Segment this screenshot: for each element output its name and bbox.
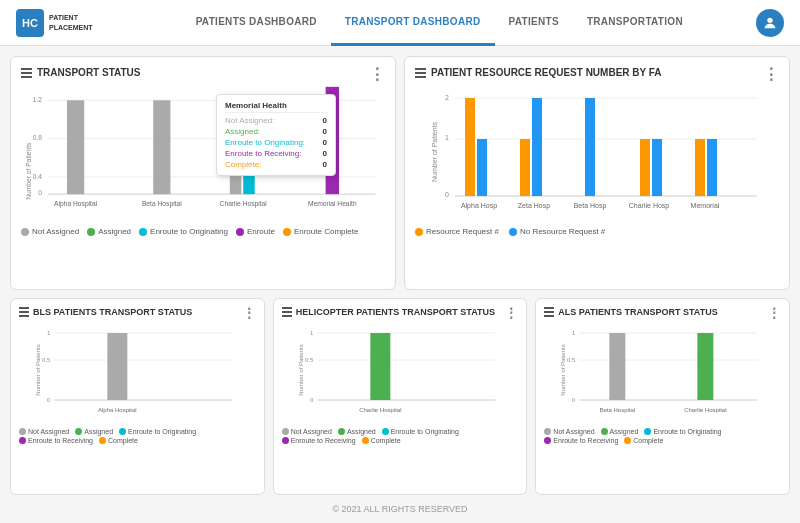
svg-point-0 [767,17,772,22]
bls-menu[interactable]: ⋮ [242,305,256,321]
svg-text:Memorial: Memorial [691,202,720,209]
footer: © 2021 ALL RIGHTS RESERVED [0,495,800,523]
transport-tooltip: Memorial Health Not Assigned:0 Assigned:… [216,94,336,176]
svg-rect-28 [520,139,530,196]
bls-title: BLS PATIENTS TRANSPORT STATUS [19,307,256,317]
svg-text:Number of Patients: Number of Patients [25,142,32,200]
svg-text:Zeta Hosp: Zeta Hosp [518,202,550,210]
logo: HC PATIENTPLACEMENT [16,9,93,37]
svg-text:Number of Patients: Number of Patients [431,122,438,182]
bls-legend: Not Assigned Assigned Enroute to Origina… [19,428,256,444]
svg-text:Memorial Health: Memorial Health [308,200,357,207]
helicopter-status-card: HELICOPTER PATIENTS TRANSPORT STATUS ⋮ N… [273,298,528,496]
user-avatar[interactable] [756,9,784,37]
patient-resource-card: PATIENT RESOURCE REQUEST NUMBER BY FA ⋮ … [404,56,790,290]
als-title: ALS PATIENTS TRANSPORT STATUS [544,307,781,317]
svg-text:0.4: 0.4 [33,173,43,180]
svg-text:0.8: 0.8 [33,135,43,142]
header: HC PATIENTPLACEMENT PATIENTS DASHBOARD T… [0,0,800,46]
svg-text:0: 0 [572,397,576,403]
tooltip-title: Memorial Health [225,101,327,113]
als-menu[interactable]: ⋮ [767,305,781,321]
als-status-card: ALS PATIENTS TRANSPORT STATUS ⋮ Number o… [535,298,790,496]
svg-text:Alpha Hospital: Alpha Hospital [98,407,137,413]
svg-text:0: 0 [310,397,314,403]
svg-text:0: 0 [445,191,449,198]
main-nav: PATIENTS DASHBOARD TRANSPORT DASHBOARD P… [123,0,756,46]
title-icon [21,68,32,78]
nav-transport-dashboard[interactable]: TRANSPORT DASHBOARD [331,0,495,46]
tooltip-not-assigned: Not Assigned:0 [225,116,327,125]
svg-text:0: 0 [38,189,42,196]
svg-text:Number of Patients: Number of Patients [35,344,41,395]
svg-text:Alpha Hospital: Alpha Hospital [54,200,98,208]
svg-text:Beta Hospital: Beta Hospital [142,200,182,208]
svg-text:Alpha Hosp: Alpha Hosp [461,202,497,210]
svg-text:Number of Patients: Number of Patients [561,344,567,395]
tooltip-enroute-recv: Enroute to Receiving:0 [225,149,327,158]
transport-status-title: TRANSPORT STATUS [21,67,385,78]
svg-text:Charlie Hospital: Charlie Hospital [220,200,268,208]
svg-text:0: 0 [47,397,51,403]
svg-rect-10 [67,100,84,194]
transport-status-chart: Number of Patients 1.2 0.8 0.4 0 [21,82,385,225]
tooltip-complete: Complete:0 [225,160,327,169]
svg-text:1: 1 [47,330,51,336]
svg-rect-34 [707,139,717,196]
svg-text:0.5: 0.5 [305,357,314,363]
helicopter-legend: Not Assigned Assigned Enroute to Origina… [282,428,519,444]
svg-text:0.5: 0.5 [567,357,576,363]
svg-rect-66 [698,333,714,400]
svg-text:1: 1 [445,134,449,141]
logo-box: HC [16,9,44,37]
svg-text:1: 1 [572,330,576,336]
svg-rect-27 [477,139,487,196]
als-legend: Not Assigned Assigned Enroute to Origina… [544,428,781,444]
logo-text: PATIENTPLACEMENT [49,13,93,31]
svg-text:Beta Hospital: Beta Hospital [600,407,636,413]
svg-text:Charlie Hospital: Charlie Hospital [684,407,726,413]
patient-resource-menu[interactable]: ⋮ [763,65,779,84]
svg-text:Number of Patients: Number of Patients [298,344,304,395]
svg-text:1.2: 1.2 [33,96,43,103]
helicopter-title: HELICOPTER PATIENTS TRANSPORT STATUS [282,307,519,317]
nav-patients-dashboard[interactable]: PATIENTS DASHBOARD [182,0,331,46]
svg-text:Charlie Hosp: Charlie Hosp [629,202,670,210]
svg-rect-30 [585,98,595,196]
svg-rect-32 [652,139,662,196]
svg-rect-33 [695,139,705,196]
tooltip-assigned: Assigned:0 [225,127,327,136]
patient-resource-title: PATIENT RESOURCE REQUEST NUMBER BY FA [415,67,779,78]
svg-rect-26 [465,98,475,196]
svg-rect-31 [640,139,650,196]
svg-text:Charlie Hospital: Charlie Hospital [359,407,401,413]
svg-rect-11 [153,100,170,194]
svg-text:1: 1 [310,330,314,336]
helicopter-menu[interactable]: ⋮ [504,305,518,321]
transport-status-card: TRANSPORT STATUS ⋮ Number of Patients 1.… [10,56,396,290]
nav-patients[interactable]: PATIENTS [495,0,573,46]
transport-legend: Not Assigned Assigned Enroute to Origina… [21,227,385,236]
svg-text:Beta Hosp: Beta Hosp [574,202,607,210]
svg-rect-65 [610,333,626,400]
svg-text:2: 2 [445,94,449,101]
svg-text:0.5: 0.5 [42,357,51,363]
svg-rect-47 [107,333,127,400]
svg-rect-29 [532,98,542,196]
nav-transportation[interactable]: TRANSPORTATION [573,0,697,46]
tooltip-enroute-orig: Enroute to Originating:0 [225,138,327,147]
resource-legend: Resource Request # No Resource Request # [415,227,779,236]
title-icon2 [415,68,426,78]
svg-rect-56 [370,333,390,400]
bls-status-card: BLS PATIENTS TRANSPORT STATUS ⋮ Number o… [10,298,265,496]
